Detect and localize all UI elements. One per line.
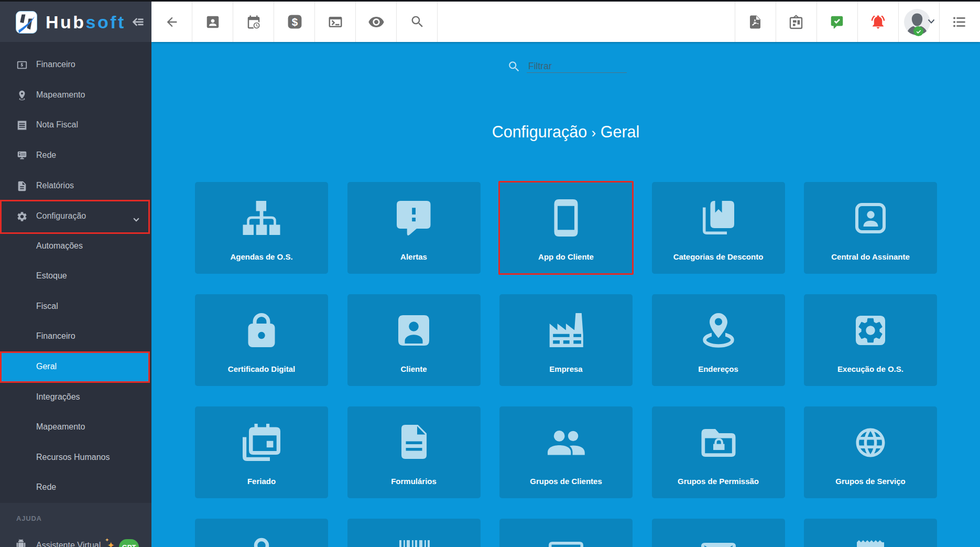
svg-text:$: $ [291,16,298,28]
